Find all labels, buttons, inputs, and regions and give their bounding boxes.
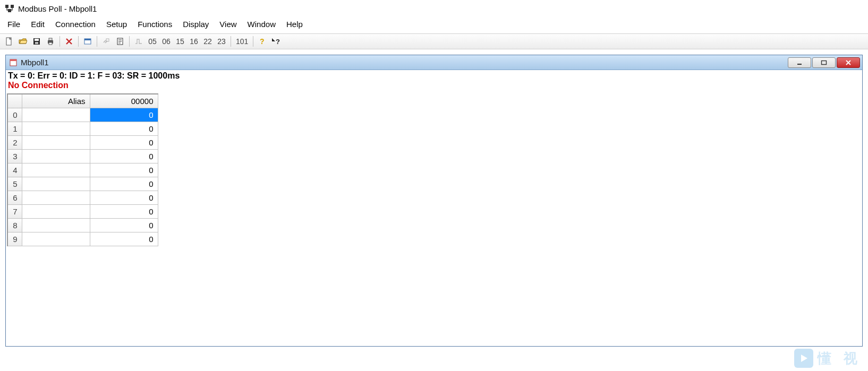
fn-15-button[interactable]: 15 [174,35,186,48]
help-button[interactable]: ? [256,35,269,48]
menu-file[interactable]: File [3,18,24,30]
value-cell[interactable]: 0 [90,163,158,177]
value-cell[interactable]: 0 [90,136,158,150]
svg-text:?: ? [260,37,265,46]
toolbar-separator [59,36,60,47]
value-cell[interactable]: 0 [90,108,158,122]
col-header-alias[interactable]: Alias [22,94,90,108]
table-row[interactable]: 80 [8,219,158,232]
data-grid[interactable]: Alias 00000 00102030405060708090 [7,93,158,246]
alias-cell[interactable] [22,136,90,150]
alias-cell[interactable] [22,191,90,205]
row-index[interactable]: 6 [8,191,22,205]
table-row[interactable]: 60 [8,191,158,205]
alias-cell[interactable] [22,232,90,246]
fn-06-button[interactable]: 06 [160,35,173,48]
table-row[interactable]: 10 [8,122,158,136]
fn-22-button[interactable]: 22 [201,35,214,48]
alias-cell[interactable] [22,219,90,232]
svg-rect-19 [822,61,827,64]
toolbar-separator [231,36,231,47]
status-line: Tx = 0: Err = 0: ID = 1: F = 03: SR = 10… [6,70,862,81]
row-index[interactable]: 5 [8,177,22,191]
document-titlebar[interactable]: Mbpoll1 [6,55,862,70]
table-row[interactable]: 70 [8,205,158,219]
row-index[interactable]: 2 [8,136,22,150]
menu-connection[interactable]: Connection [51,18,100,30]
fn-23-button[interactable]: 23 [215,35,228,48]
report-button[interactable] [114,35,126,48]
table-row[interactable]: 20 [8,136,158,150]
context-help-button[interactable]: ? [270,35,283,48]
app-titlebar: Modbus Poll - Mbpoll1 [0,0,868,17]
row-index[interactable]: 4 [8,163,22,177]
alias-cell[interactable] [22,177,90,191]
value-cell[interactable]: 0 [90,150,158,163]
value-cell[interactable]: 0 [90,191,158,205]
window-button[interactable] [81,35,94,48]
menu-window[interactable]: Window [243,18,280,30]
minimize-button[interactable] [788,57,811,68]
table-row[interactable]: 40 [8,163,158,177]
fn-16-button[interactable]: 16 [188,35,200,48]
row-index[interactable]: 1 [8,122,22,136]
alias-cell[interactable] [22,122,90,136]
alias-cell[interactable] [22,163,90,177]
svg-rect-8 [49,38,52,40]
alias-cell[interactable] [22,205,90,219]
svg-rect-2 [8,9,11,12]
pulse-icon[interactable] [132,35,145,48]
svg-rect-1 [11,5,14,8]
fn-101-button[interactable]: 101 [234,35,250,48]
menu-setup[interactable]: Setup [102,18,131,30]
svg-text:?: ? [276,38,280,46]
document-window: Mbpoll1 Tx = 0: Err = 0: ID = 1: F = 03:… [5,55,863,347]
svg-rect-0 [5,5,8,8]
document-title: Mbpoll1 [21,58,788,67]
svg-rect-18 [797,64,802,65]
toolbar-separator [253,36,253,47]
svg-rect-6 [35,42,38,44]
open-button[interactable] [16,35,29,48]
col-header-value[interactable]: 00000 [90,94,158,108]
col-header-rownum[interactable] [8,94,22,108]
row-index[interactable]: 0 [8,108,22,122]
svg-rect-5 [35,39,39,41]
connect-button[interactable] [100,35,113,48]
table-row[interactable]: 00 [8,108,158,122]
save-button[interactable] [30,35,43,48]
no-connection-label: No Connection [6,81,862,92]
row-index[interactable]: 7 [8,205,22,219]
value-cell[interactable]: 0 [90,232,158,246]
menu-functions[interactable]: Functions [133,18,176,30]
close-button[interactable] [837,57,860,68]
menu-help[interactable]: Help [282,18,307,30]
menu-display[interactable]: Display [178,18,213,30]
row-index[interactable]: 8 [8,219,22,232]
value-cell[interactable]: 0 [90,205,158,219]
table-row[interactable]: 30 [8,150,158,163]
print-button[interactable] [44,35,57,48]
delete-button[interactable] [63,35,75,48]
toolbar-separator [78,36,79,47]
alias-cell[interactable] [22,150,90,163]
mdi-client-area: Mbpoll1 Tx = 0: Err = 0: ID = 1: F = 03:… [0,49,868,347]
table-row[interactable]: 50 [8,177,158,191]
row-index[interactable]: 3 [8,150,22,163]
alias-cell[interactable] [22,108,90,122]
new-button[interactable] [3,35,15,48]
menu-view[interactable]: View [215,18,241,30]
table-row[interactable]: 90 [8,232,158,246]
toolbar-separator [129,36,130,47]
app-icon [4,3,15,14]
svg-rect-11 [84,39,91,40]
menu-edit[interactable]: Edit [27,18,49,30]
maximize-button[interactable] [812,57,836,68]
row-index[interactable]: 9 [8,232,22,246]
value-cell[interactable]: 0 [90,219,158,232]
value-cell[interactable]: 0 [90,122,158,136]
value-cell[interactable]: 0 [90,177,158,191]
toolbar: 050615162223 101 ? ? [0,33,868,49]
app-title: Modbus Poll - Mbpoll1 [18,4,97,13]
fn-05-button[interactable]: 05 [146,35,159,48]
